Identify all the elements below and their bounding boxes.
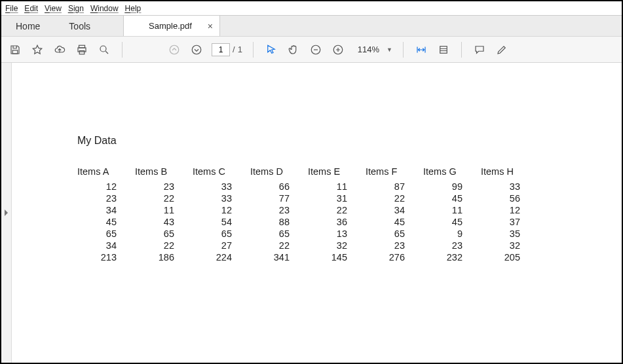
separator [403, 42, 404, 58]
sign-icon[interactable] [495, 43, 509, 57]
table-cell: 205 [481, 251, 538, 263]
table-cell: 27 [193, 240, 250, 251]
table-header: Items F [366, 165, 423, 181]
table-cell: 54 [193, 216, 250, 228]
menu-edit[interactable]: Edit [24, 4, 38, 13]
table-cell: 11 [135, 204, 193, 216]
table-header: Items A [77, 165, 135, 181]
menu-bar: File Edit View Sign Window Help [1, 1, 622, 16]
scroll-mode-icon[interactable] [436, 43, 451, 57]
table-cell: 65 [77, 228, 135, 240]
toolbar: / 1 114% ▼ [1, 37, 622, 63]
hand-tool-icon[interactable] [286, 43, 301, 57]
svg-point-4 [100, 46, 106, 52]
cloud-upload-icon[interactable] [52, 43, 67, 57]
table-header: Items H [481, 165, 538, 181]
table-header: Items D [250, 165, 308, 181]
separator [253, 42, 254, 58]
table-cell: 56 [481, 192, 538, 204]
table-cell: 12 [193, 204, 250, 216]
zoom-out-icon[interactable] [309, 43, 323, 57]
table-cell: 11 [423, 204, 481, 216]
page-up-icon[interactable] [167, 43, 181, 57]
menu-sign[interactable]: Sign [68, 4, 84, 13]
page-sep: / [233, 45, 235, 54]
table-header: Items B [135, 165, 193, 181]
table-row: 3422272232232332 [77, 240, 538, 251]
content-area: My Data Items AItems BItems CItems DItem… [1, 63, 622, 363]
save-icon[interactable] [8, 43, 22, 57]
table-cell: 11 [308, 181, 366, 192]
document-title: My Data [77, 135, 582, 147]
tab-tools[interactable]: Tools [54, 16, 105, 36]
table-cell: 37 [481, 216, 538, 228]
page-viewport[interactable]: My Data Items AItems BItems CItems DItem… [12, 63, 622, 363]
separator [461, 42, 462, 58]
svg-rect-3 [79, 50, 85, 54]
table-row: 3411122322341112 [77, 204, 538, 216]
table-row: 656565651365935 [77, 228, 538, 240]
data-table: Items AItems BItems CItems DItems EItems… [77, 165, 538, 263]
table-cell: 32 [481, 240, 538, 251]
svg-rect-9 [440, 46, 447, 53]
table-cell: 99 [423, 181, 481, 192]
comment-icon[interactable] [472, 43, 487, 57]
table-cell: 224 [193, 251, 250, 263]
menu-help[interactable]: Help [125, 4, 142, 13]
page-total: 1 [238, 45, 242, 54]
fit-width-icon[interactable] [414, 43, 428, 57]
tab-home[interactable]: Home [1, 16, 54, 36]
tab-close-icon[interactable]: × [208, 21, 213, 31]
chevron-down-icon: ▼ [387, 46, 392, 53]
table-cell: 22 [250, 240, 308, 251]
tab-document[interactable]: Sample.pdf × [123, 16, 220, 36]
print-icon[interactable] [75, 43, 89, 57]
select-tool-icon[interactable] [264, 43, 278, 57]
menu-file[interactable]: File [5, 4, 18, 13]
table-cell: 9 [423, 228, 481, 240]
zoom-value: 114% [353, 43, 384, 56]
nav-pane-toggle[interactable] [1, 63, 12, 363]
table-cell: 35 [481, 228, 538, 240]
table-row: 4543548836454537 [77, 216, 538, 228]
menu-view[interactable]: View [45, 4, 62, 13]
table-cell: 43 [135, 216, 193, 228]
chevron-right-icon [5, 209, 8, 216]
page-current-input[interactable] [212, 43, 230, 56]
table-cell: 45 [366, 216, 423, 228]
table-cell: 23 [366, 240, 423, 251]
pdf-page: My Data Items AItems BItems CItems DItem… [12, 63, 622, 363]
table-header: Items G [423, 165, 481, 181]
table-cell: 23 [423, 240, 481, 251]
table-cell: 33 [193, 181, 250, 192]
table-cell: 23 [135, 181, 193, 192]
table-cell: 31 [308, 192, 366, 204]
svg-rect-0 [12, 50, 18, 53]
table-cell: 34 [77, 204, 135, 216]
table-cell: 45 [423, 216, 481, 228]
zoom-select[interactable]: 114% ▼ [353, 43, 392, 56]
table-cell: 87 [366, 181, 423, 192]
table-cell: 34 [77, 240, 135, 251]
page-down-icon[interactable] [189, 43, 204, 57]
table-cell: 66 [250, 181, 308, 192]
table-cell: 65 [193, 228, 250, 240]
table-cell: 276 [366, 251, 423, 263]
table-cell: 22 [308, 204, 366, 216]
table-cell: 23 [250, 204, 308, 216]
table-cell: 45 [77, 216, 135, 228]
table-cell: 232 [423, 251, 481, 263]
zoom-in-icon[interactable] [331, 43, 345, 57]
table-cell: 65 [366, 228, 423, 240]
table-cell: 33 [193, 192, 250, 204]
svg-point-5 [170, 45, 179, 54]
table-cell: 22 [135, 240, 193, 251]
menu-window[interactable]: Window [90, 4, 119, 13]
star-icon[interactable] [30, 43, 45, 57]
separator [122, 42, 123, 58]
table-header: Items C [193, 165, 250, 181]
find-icon[interactable] [97, 43, 111, 57]
table-cell: 22 [135, 192, 193, 204]
table-cell: 77 [250, 192, 308, 204]
table-cell: 34 [366, 204, 423, 216]
